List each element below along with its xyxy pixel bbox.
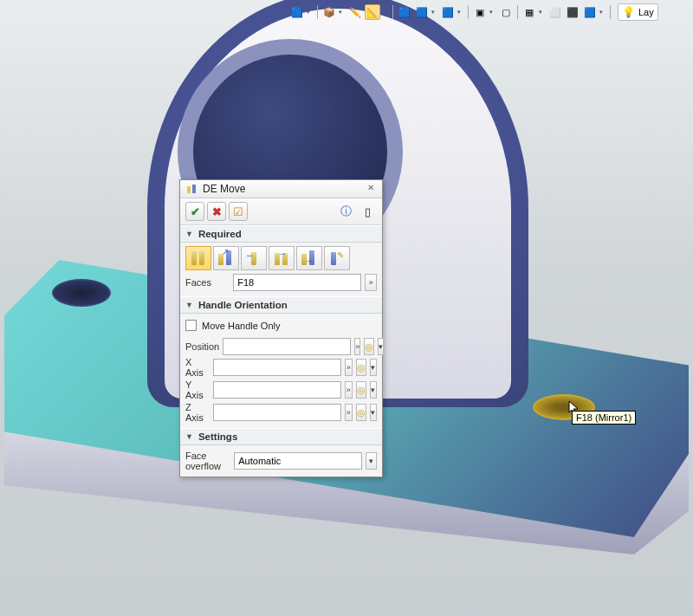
handle-label: Handle Orientation [198,300,288,310]
overflow-select[interactable] [234,452,362,470]
yaxis-more[interactable]: ▾ [370,381,377,399]
xaxis-more[interactable]: ▾ [370,359,377,376]
tool-view-icon[interactable]: 🟦 [440,4,456,20]
faces-dropdown[interactable]: » [365,274,377,291]
collapse-icon: ▼ [185,432,193,441]
faces-row: Faces » [185,274,377,291]
dropdown-icon[interactable]: ▾ [382,9,389,16]
collapse-icon: ▼ [185,301,193,309]
move-handle-label: Move Handle Only [202,321,281,331]
position-input[interactable] [223,338,351,355]
settings-label: Settings [198,431,237,442]
dropdown-icon[interactable]: ▾ [339,9,346,16]
separator [317,5,318,19]
zaxis-input[interactable] [213,404,341,421]
mode-icon-strip: ↗ ↔ → → ✎ [185,246,377,270]
zaxis-more[interactable]: ▾ [370,404,377,421]
faces-input[interactable] [233,274,361,291]
de-move-dialog: DE Move ✕ ✔ ✖ ☑ ⓘ ▯ ▼ Required ↗ ↔ → → ✎… [179,179,383,477]
dropdown-icon[interactable]: ▾ [307,9,314,16]
mode-move-copy[interactable]: ↗ [213,246,239,270]
dropdown-icon[interactable]: ▾ [431,9,438,16]
svg-rect-1 [192,185,196,193]
zaxis-row: Z Axis » ◎ ▾ [185,402,377,423]
close-icon[interactable]: ✕ [365,183,377,195]
separator [392,5,393,19]
tool-layout1-icon[interactable]: ▣ [472,4,488,20]
collapse-icon: ▼ [185,230,193,238]
required-label: Required [198,229,242,239]
layer-selector[interactable]: 💡 Lay [618,3,658,21]
ok-button[interactable]: ✔ [185,202,204,221]
tool-render4-icon[interactable]: 🟦 [582,4,598,20]
settings-header[interactable]: ▼ Settings [180,428,382,445]
bolt-hole-left[interactable] [52,279,111,307]
move-handle-only-row[interactable]: Move Handle Only [185,317,377,336]
yaxis-pick[interactable]: ◎ [356,381,366,399]
pin-button[interactable]: ▯ [358,202,377,221]
mode-offset[interactable]: → [269,246,295,270]
yaxis-input[interactable] [213,381,341,399]
tool-layout2-icon[interactable]: ▢ [498,4,514,20]
xaxis-input[interactable] [213,359,341,376]
mode-modify[interactable]: ✎ [324,246,350,270]
tool-render1-icon[interactable]: ▦ [521,4,537,20]
dropdown-icon[interactable]: ▾ [457,9,464,16]
layer-label: Lay [638,7,654,17]
position-pick[interactable]: ◎ [364,338,374,355]
handle-header[interactable]: ▼ Handle Orientation [180,296,382,314]
mode-rotate[interactable]: ↔ [241,246,267,270]
separator [517,5,518,19]
tool-group1-icon[interactable]: 🟦 [289,4,305,20]
zaxis-label: Z Axis [185,402,210,423]
overflow-dropdown[interactable]: ▾ [366,452,377,470]
xaxis-pick[interactable]: ◎ [356,359,366,376]
yaxis-label: Y Axis [185,379,210,400]
tool-highlight-icon[interactable]: 📐 [365,4,380,20]
overflow-label: Face overflow [185,451,230,471]
tool-cube1-icon[interactable]: 🟦 [397,4,412,20]
overflow-row: Face overflow ▾ [185,451,377,471]
tool-cube2-icon[interactable]: 🟦 [414,4,430,20]
xaxis-label: X Axis [185,357,210,378]
svg-rect-0 [187,186,191,193]
options-button[interactable]: ☑ [229,202,248,221]
mode-align[interactable]: → [296,246,322,270]
tool-render2-icon[interactable]: ⬜ [547,4,563,20]
dialog-titlebar[interactable]: DE Move ✕ [180,180,382,198]
settings-body: Face overflow ▾ [180,445,382,477]
dropdown-icon[interactable]: ▾ [599,9,606,16]
dropdown-icon[interactable]: ▾ [539,9,546,16]
faces-label: Faces [185,277,230,288]
tool-box-icon[interactable]: 📦 [321,4,337,20]
required-body: ↗ ↔ → → ✎ Faces » [180,243,382,296]
separator [468,5,469,19]
position-more[interactable]: ▾ [378,338,384,355]
required-header[interactable]: ▼ Required [180,225,382,243]
zaxis-pick[interactable]: ◎ [356,404,366,421]
position-dropdown[interactable]: » [354,338,360,355]
separator [610,5,611,19]
hover-tooltip: F18 (Mirror1) [572,411,636,425]
handle-body: Move Handle Only Position » ◎ ▾ X Axis »… [180,314,382,428]
cancel-button[interactable]: ✖ [207,202,226,221]
tool-pencil-icon[interactable]: ✏️ [347,4,363,20]
tool-render3-icon[interactable]: ⬛ [565,4,580,20]
xaxis-row: X Axis » ◎ ▾ [185,357,377,378]
mode-translate[interactable] [185,246,211,270]
move-handle-checkbox[interactable] [185,320,197,331]
yaxis-row: Y Axis » ◎ ▾ [185,379,377,400]
xaxis-dropdown[interactable]: » [345,359,352,376]
bulb-icon: 💡 [622,6,635,18]
dropdown-icon[interactable]: ▾ [489,9,496,16]
position-label: Position [185,341,219,352]
zaxis-dropdown[interactable]: » [345,404,352,421]
dialog-icon [185,183,198,195]
dialog-action-row: ✔ ✖ ☑ ⓘ ▯ [180,198,382,225]
top-toolbar: 🟦 ▾ 📦 ▾ ✏️ 📐 ▾ 🟦 🟦 ▾ 🟦 ▾ ▣ ▾ ▢ ▦ ▾ ⬜ ⬛ 🟦… [286,2,693,23]
dialog-title: DE Move [203,183,359,195]
yaxis-dropdown[interactable]: » [345,381,352,399]
position-row: Position » ◎ ▾ [185,338,377,355]
info-button[interactable]: ⓘ [336,202,355,221]
